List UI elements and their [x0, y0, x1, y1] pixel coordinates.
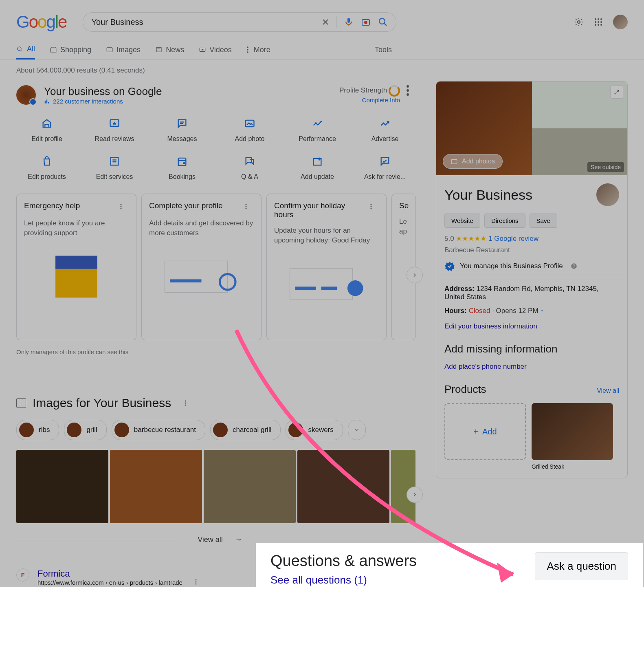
dim-overlay: [0, 0, 644, 587]
qa-title: Questions & answers: [270, 552, 417, 570]
see-all-questions-link[interactable]: See all questions (1): [270, 574, 417, 586]
qa-popup: Questions & answers See all questions (1…: [257, 544, 642, 587]
ask-question-button[interactable]: Ask a question: [535, 552, 628, 580]
